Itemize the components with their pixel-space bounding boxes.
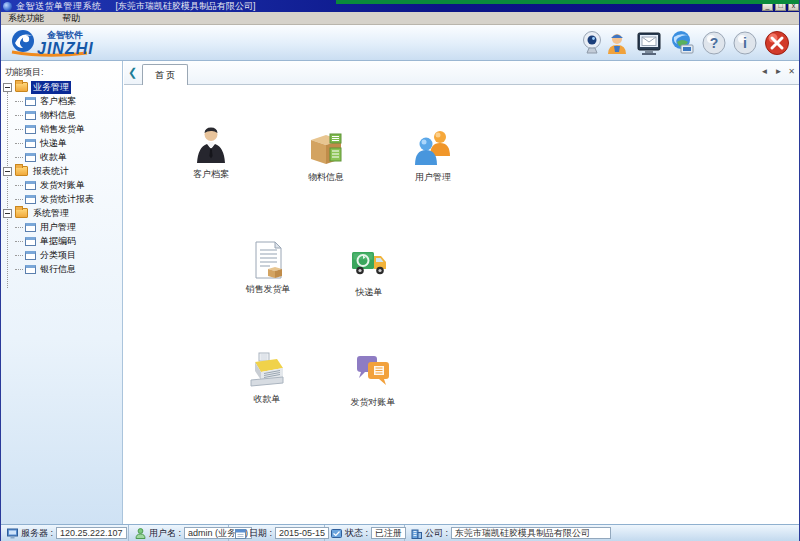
toolbar: 金智软件 JINZHI ? i <box>1 25 800 61</box>
form-icon <box>25 111 36 120</box>
collapse-sidebar-icon[interactable]: ❮ <box>128 66 137 79</box>
delivery-note-icon <box>248 240 288 280</box>
tree-item-customer-archive[interactable]: 客户档案 <box>1 94 122 108</box>
tree-item-bank-info[interactable]: 银行信息 <box>1 262 122 276</box>
server-value: 120.25.222.107 <box>56 527 127 539</box>
form-icon <box>25 195 36 204</box>
svg-text:i: i <box>743 35 747 51</box>
collapse-toggle-icon[interactable] <box>3 167 12 176</box>
status-server: 服务器 : 120.25.222.107 <box>1 525 129 541</box>
form-icon <box>25 139 36 148</box>
status-user: 用户名 : admin (业务员) <box>129 525 229 541</box>
form-icon <box>25 153 36 162</box>
menu-bar: 系统功能 帮助 <box>1 12 800 25</box>
logo-cn-text: 金智软件 <box>46 30 83 40</box>
status-icon <box>331 528 342 539</box>
shortcut-statement[interactable]: 发货对账单 <box>331 353 415 409</box>
status-company: 公司 : 东莞市瑞凯硅胶模具制品有限公司 <box>405 525 800 541</box>
tree-item-doc-coding[interactable]: 单据编码 <box>1 234 122 248</box>
form-icon <box>25 125 36 134</box>
app-window: { "window": { "title": "金智送货单管理系统", "tit… <box>0 0 800 541</box>
date-value: 2015-05-15 <box>275 527 329 539</box>
tree-item-material-info[interactable]: 物料信息 <box>1 108 122 122</box>
home-canvas: 客户档案 物料信息 <box>124 85 800 524</box>
tree-guide <box>7 92 8 288</box>
monitor-mail-icon[interactable] <box>635 29 663 57</box>
desktop-edge-strip <box>336 0 800 4</box>
shortcut-express[interactable]: 快递单 <box>327 243 411 299</box>
tab-bar: ❮ 首 页 ◄ ► ✕ <box>124 61 800 85</box>
tree-item-express[interactable]: 快递单 <box>1 136 122 150</box>
tab-close-icon[interactable]: ✕ <box>788 67 795 76</box>
express-truck-icon <box>349 243 389 283</box>
tree-group-system[interactable]: 系统管理 <box>1 206 122 220</box>
users-icon <box>413 128 453 168</box>
collapse-toggle-icon[interactable] <box>3 83 12 92</box>
form-icon <box>25 97 36 106</box>
jinzhi-logo: 金智软件 JINZHI <box>7 27 167 59</box>
user-icon <box>135 528 146 539</box>
tree-item-user-mgmt[interactable]: 用户管理 <box>1 220 122 234</box>
form-icon <box>25 223 36 232</box>
registration-value: 已注册 <box>371 527 406 539</box>
tree-group-label[interactable]: 报表统计 <box>31 165 71 178</box>
tree-item-shipping-stats[interactable]: 发货统计报表 <box>1 192 122 206</box>
sidebar-header: 功能项目: <box>1 61 122 80</box>
shortcut-material-info[interactable]: 物料信息 <box>284 128 368 184</box>
worker-user-icon[interactable] <box>603 29 631 57</box>
material-box-icon <box>306 128 346 168</box>
tree-item-statement[interactable]: 发货对账单 <box>1 178 122 192</box>
tree-group-label[interactable]: 系统管理 <box>31 207 71 220</box>
main-region: 功能项目: 业务管理 客户档案 物料信息 销售发货单 <box>1 61 800 524</box>
content-area: ❮ 首 页 ◄ ► ✕ 客户档案 <box>124 61 800 524</box>
tree-item-sales-delivery[interactable]: 销售发货单 <box>1 122 122 136</box>
logo-en-text: JINZHI <box>37 40 94 57</box>
businessman-icon <box>191 125 231 165</box>
status-bar: 服务器 : 120.25.222.107 用户名 : admin (业务员) 日… <box>1 524 800 541</box>
status-date: 日期 : 2015-05-15 <box>229 525 325 541</box>
shortcut-user-mgmt[interactable]: 用户管理 <box>391 128 475 184</box>
sidebar: 功能项目: 业务管理 客户档案 物料信息 销售发货单 <box>1 61 123 524</box>
server-icon <box>7 528 18 539</box>
folder-icon <box>15 166 28 176</box>
shortcut-customer-archive[interactable]: 客户档案 <box>169 125 253 181</box>
function-tree: 业务管理 客户档案 物料信息 销售发货单 快递单 <box>1 80 122 276</box>
form-icon <box>25 265 36 274</box>
form-icon <box>25 237 36 246</box>
status-registration: 状态 : 已注册 <box>325 525 405 541</box>
company-value: 东莞市瑞凯硅胶模具制品有限公司 <box>451 527 611 539</box>
tree-group-business[interactable]: 业务管理 <box>1 80 122 94</box>
tree-item-receipt[interactable]: 收款单 <box>1 150 122 164</box>
globe-network-icon[interactable] <box>668 29 696 57</box>
form-icon <box>25 181 36 190</box>
tab-home[interactable]: 首 页 <box>142 64 188 85</box>
menu-help[interactable]: 帮助 <box>62 12 80 25</box>
svg-text:?: ? <box>710 35 719 51</box>
shortcut-sales-delivery[interactable]: 销售发货单 <box>226 240 310 296</box>
tree-group-reports[interactable]: 报表统计 <box>1 164 122 178</box>
app-icon <box>3 2 12 11</box>
calendar-icon <box>235 528 246 539</box>
collapse-toggle-icon[interactable] <box>3 209 12 218</box>
company-icon <box>411 528 422 539</box>
folder-icon <box>15 208 28 218</box>
info-icon[interactable]: i <box>731 29 759 57</box>
window-title-company: [东莞市瑞凯硅胶模具制品有限公司] <box>116 0 256 13</box>
tree-item-category[interactable]: 分类项目 <box>1 248 122 262</box>
window-title: 金智送货单管理系统 <box>16 0 102 13</box>
tab-prev-icon[interactable]: ◄ <box>760 67 768 76</box>
form-icon <box>25 251 36 260</box>
tab-next-icon[interactable]: ► <box>774 67 782 76</box>
shortcut-receipt[interactable]: 收款单 <box>225 350 309 406</box>
folder-icon <box>15 82 28 92</box>
tree-group-label[interactable]: 业务管理 <box>31 81 71 94</box>
menu-system-functions[interactable]: 系统功能 <box>8 12 44 25</box>
cash-register-icon <box>247 350 287 390</box>
statement-chat-icon <box>353 353 393 393</box>
webcam-icon[interactable] <box>578 29 606 57</box>
help-icon[interactable]: ? <box>700 29 728 57</box>
exit-icon[interactable] <box>763 29 791 57</box>
